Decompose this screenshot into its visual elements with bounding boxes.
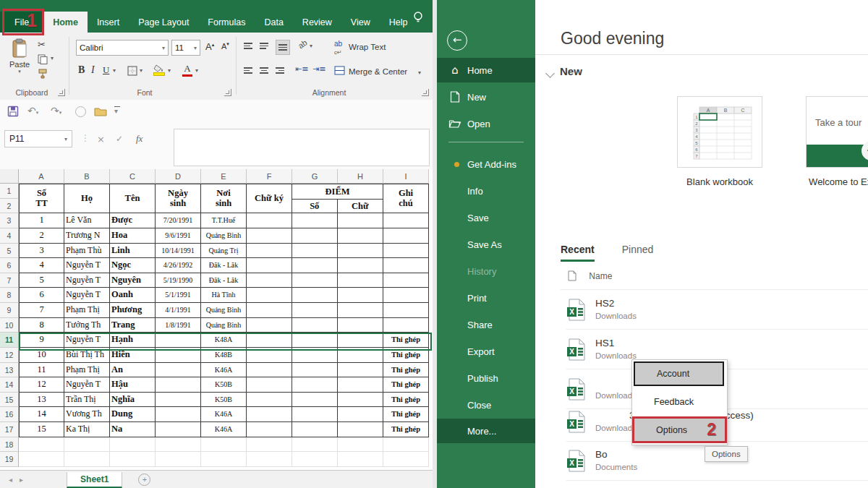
align-center-button[interactable] [260, 66, 268, 75]
cell[interactable]: 6 [19, 288, 64, 303]
folder-icon[interactable] [94, 106, 107, 116]
cell[interactable]: Quảng Bình [201, 318, 247, 333]
cell[interactable]: 5/19/1990 [156, 273, 201, 288]
ribbon-tab-page-layout[interactable]: Page Layout [129, 12, 198, 33]
cell[interactable]: 4/1/1991 [156, 303, 201, 318]
ribbon-tab-insert[interactable]: Insert [88, 12, 129, 33]
cell[interactable]: Lê Văn [64, 213, 110, 228]
increase-font-size-button[interactable]: A▴ [205, 41, 214, 52]
save-icon[interactable] [7, 106, 19, 117]
cell[interactable]: An [110, 363, 156, 378]
cell[interactable] [247, 452, 292, 467]
cell[interactable]: 8 [19, 318, 64, 333]
template-card-blank-grid[interactable]: ABC1234567 [677, 96, 762, 168]
align-left-button[interactable] [244, 66, 252, 75]
column-header-E[interactable]: E [201, 169, 247, 184]
cell[interactable] [156, 393, 201, 408]
cell[interactable]: Thi ghép [383, 422, 429, 437]
cell[interactable] [338, 377, 383, 393]
cell[interactable] [247, 437, 292, 453]
merge-center-dropdown-arrow[interactable]: ▾ [418, 69, 421, 76]
formula-input[interactable] [174, 129, 430, 166]
cell[interactable] [247, 363, 292, 378]
sidebar-item-more-[interactable]: More... [437, 419, 535, 443]
cell[interactable]: Phạm Thị [64, 363, 110, 378]
menu-item-account[interactable]: Account [634, 361, 724, 386]
cell[interactable] [338, 288, 383, 303]
cell[interactable] [156, 407, 201, 422]
add-sheet-button[interactable]: + [138, 474, 150, 486]
cell[interactable] [292, 437, 338, 453]
tab-recent[interactable]: Recent [561, 244, 595, 262]
cell[interactable] [338, 244, 383, 259]
cell[interactable]: 2 [19, 228, 64, 244]
cell[interactable] [19, 437, 64, 453]
cell[interactable] [338, 452, 383, 467]
sheet-tab-sheet1[interactable]: Sheet1 [67, 472, 122, 488]
cell[interactable] [292, 288, 338, 303]
sidebar-item-info[interactable]: Info [437, 179, 535, 203]
middle-align-button[interactable] [260, 41, 268, 51]
cell[interactable]: 4 [19, 258, 64, 273]
cell[interactable]: Trương N [64, 228, 110, 244]
cell[interactable]: 5 [19, 273, 64, 288]
menu-item-feedback[interactable]: Feedback [632, 390, 727, 414]
row-header-10[interactable]: 10 [0, 318, 19, 333]
top-align-button[interactable] [244, 41, 252, 51]
chevron-down-icon[interactable] [545, 69, 555, 78]
circle-icon[interactable] [75, 106, 86, 117]
cell[interactable] [247, 288, 292, 303]
cell[interactable]: K50B [201, 377, 247, 393]
ribbon-tab-review[interactable]: Review [293, 12, 341, 33]
row-header-14[interactable]: 14 [0, 377, 19, 393]
cell[interactable] [247, 303, 292, 318]
back-button[interactable]: ← [447, 30, 467, 51]
cell[interactable]: 1 [19, 213, 64, 228]
cell[interactable]: Tưởng Th [64, 318, 110, 333]
tell-me-lightbulb-icon[interactable] [411, 10, 425, 25]
copy-dropdown-arrow[interactable]: ▾ [51, 55, 54, 61]
cell[interactable] [338, 363, 383, 378]
font-dialog-launcher[interactable] [224, 89, 231, 96]
cell[interactable] [383, 273, 429, 288]
cell[interactable] [292, 452, 338, 467]
cell[interactable]: Hoa [110, 228, 156, 244]
row-header-3[interactable]: 3 [0, 213, 19, 228]
cell[interactable] [292, 407, 338, 422]
cell[interactable] [247, 407, 292, 422]
row-header-11[interactable]: 11 [0, 333, 19, 348]
cell[interactable] [292, 348, 338, 363]
cell[interactable] [156, 377, 201, 393]
cut-button[interactable]: ✂ [38, 39, 46, 50]
paste-button[interactable]: Paste ▾ [7, 38, 32, 74]
column-header-F[interactable]: F [247, 169, 292, 184]
column-header-H[interactable]: H [338, 169, 383, 184]
cell[interactable]: Oanh [110, 288, 156, 303]
cell[interactable]: Bùi Thị Th [64, 348, 110, 363]
recent-file-row[interactable]: XHS2Downloads [566, 293, 868, 330]
cell[interactable]: K48B [201, 348, 247, 363]
cell[interactable]: K48A [201, 333, 247, 348]
cell[interactable]: Nguyễn T [64, 333, 110, 348]
cell[interactable] [292, 258, 338, 273]
cell[interactable] [383, 318, 429, 333]
name-column-header[interactable]: Name [568, 270, 612, 281]
clipboard-dialog-launcher[interactable] [58, 89, 65, 96]
cell[interactable]: 10 [19, 348, 64, 363]
cell[interactable]: 7 [19, 303, 64, 318]
cell[interactable] [201, 452, 247, 467]
cell[interactable] [292, 363, 338, 378]
cell[interactable]: K50B [201, 393, 247, 408]
cell[interactable]: 4/26/1992 [156, 258, 201, 273]
cell[interactable]: Nguyễn T [64, 288, 110, 303]
cell[interactable]: Thi ghép [383, 333, 429, 348]
cell[interactable]: 1/8/1991 [156, 318, 201, 333]
cell[interactable]: K46A [201, 422, 247, 437]
cell[interactable] [338, 228, 383, 244]
row-header-2[interactable]: 2 [0, 199, 19, 214]
cell[interactable] [292, 377, 338, 393]
header-chu-ky[interactable]: Chữ ký [247, 184, 292, 213]
cell[interactable] [247, 377, 292, 393]
sidebar-item-publish[interactable]: Publish [437, 366, 535, 390]
cell[interactable]: Quảng Trị [201, 244, 247, 259]
